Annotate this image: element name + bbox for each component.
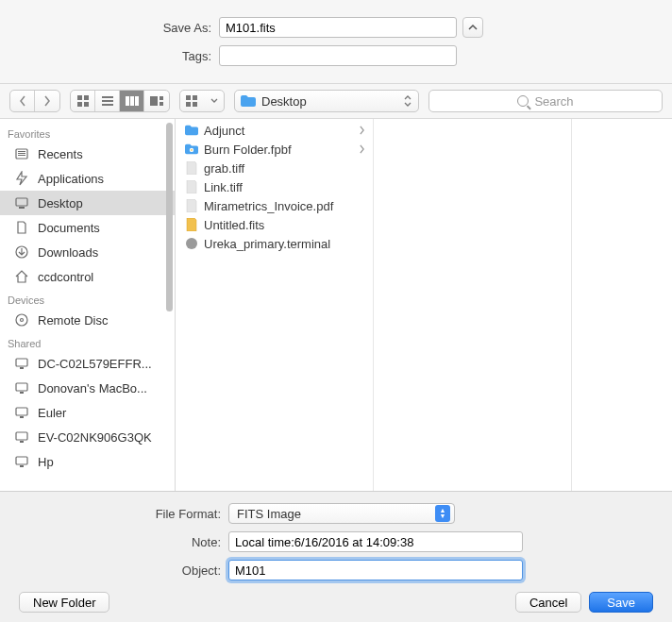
svg-rect-22 (19, 207, 25, 209)
view-mode-group (70, 90, 170, 112)
sidebar-item[interactable]: EV-C02NK906G3QK (0, 425, 175, 449)
sidebar-item-label: EV-C02NK906G3QK (38, 430, 152, 445)
svg-rect-0 (77, 95, 82, 100)
svg-rect-29 (20, 392, 24, 394)
svg-rect-9 (135, 96, 139, 106)
forward-button[interactable] (35, 91, 59, 111)
documents-icon (13, 220, 30, 235)
file-format-label: File Format: (9, 507, 228, 521)
sidebar-item[interactable]: DC-C02L579EFFR... (0, 351, 175, 376)
svg-rect-34 (16, 457, 27, 464)
apps-icon (13, 171, 30, 186)
sidebar-item-label: ccdcontrol (38, 270, 93, 284)
svg-rect-14 (193, 95, 197, 100)
options-panel: File Format: FITS Image ▲▼ Note: Object:… (0, 491, 672, 622)
file-name: Adjunct (204, 124, 244, 138)
view-icons-button[interactable] (71, 91, 95, 111)
burn-icon (185, 143, 198, 156)
sidebar-item[interactable]: Desktop (0, 191, 175, 215)
save-as-input[interactable] (219, 17, 457, 38)
svg-rect-12 (160, 102, 163, 106)
svg-rect-30 (16, 408, 27, 415)
file-row[interactable]: grab.tiff (176, 159, 373, 177)
sidebar-item[interactable]: Applications (0, 166, 175, 191)
sidebar-section-header: Shared (0, 332, 175, 351)
monitor-icon (13, 356, 30, 371)
sidebar-section-header: Favorites (0, 123, 175, 142)
sidebar-item-label: Desktop (38, 196, 83, 210)
sidebar-item[interactable]: Remote Disc (0, 308, 175, 332)
svg-rect-4 (102, 96, 113, 98)
svg-rect-18 (18, 151, 25, 152)
tags-input[interactable] (219, 45, 457, 66)
sidebar-item[interactable]: Recents (0, 142, 175, 166)
grid-icon (77, 95, 89, 107)
svg-rect-6 (102, 104, 113, 106)
file-name: grab.tiff (204, 161, 244, 176)
file-row[interactable]: Burn Folder.fpbf (176, 140, 373, 159)
svg-point-38 (186, 238, 197, 249)
svg-rect-5 (102, 100, 113, 102)
sidebar-item[interactable]: Donovan's MacBo... (0, 376, 175, 400)
svg-rect-3 (84, 102, 89, 107)
file-name: Burn Folder.fpbf (204, 143, 292, 157)
pdf-icon (185, 199, 198, 212)
svg-rect-13 (186, 95, 191, 100)
home-icon (13, 269, 30, 284)
svg-rect-8 (130, 96, 134, 106)
sidebar-item-label: Applications (38, 172, 104, 186)
sidebar-item-label: Documents (38, 221, 100, 235)
search-input[interactable]: Search (428, 90, 663, 112)
svg-rect-15 (186, 102, 191, 107)
view-columns-button[interactable] (120, 91, 144, 111)
save-as-header: Save As: Tags: (0, 0, 672, 84)
svg-rect-10 (150, 96, 158, 106)
note-input[interactable] (228, 531, 523, 552)
view-gallery-button[interactable] (144, 91, 169, 111)
collapse-toggle-button[interactable] (462, 17, 483, 38)
sidebar-item[interactable]: ccdcontrol (0, 264, 175, 289)
file-name: Mirametrics_Invoice.pdf (204, 199, 333, 213)
svg-rect-28 (16, 383, 27, 391)
file-browser: FavoritesRecentsApplicationsDesktopDocum… (0, 119, 672, 491)
chevron-down-icon (210, 98, 218, 104)
file-row[interactable]: Untitled.fits (176, 215, 373, 234)
folder-icon (185, 124, 198, 137)
note-label: Note: (9, 535, 228, 549)
fits-icon (185, 218, 198, 231)
back-button[interactable] (10, 91, 35, 111)
browser-toolbar: Desktop Search (0, 84, 672, 119)
disc-icon (13, 312, 30, 328)
file-row[interactable]: Mirametrics_Invoice.pdf (176, 196, 373, 215)
svg-point-24 (16, 314, 27, 326)
file-row[interactable]: Adjunct (176, 121, 373, 140)
file-row[interactable]: Link.tiff (176, 177, 373, 196)
svg-rect-2 (77, 102, 82, 107)
object-input[interactable] (228, 560, 523, 580)
svg-rect-11 (160, 96, 163, 100)
updown-icon (403, 94, 412, 108)
sidebar-item[interactable]: Downloads (0, 240, 175, 264)
view-list-button[interactable] (95, 91, 120, 111)
gallery-icon (150, 96, 163, 106)
file-format-select[interactable]: FITS Image ▲▼ (228, 503, 455, 524)
svg-rect-26 (16, 359, 27, 366)
file-row[interactable]: Ureka_primary.terminal (176, 234, 373, 253)
sidebar-section-header: Devices (0, 289, 175, 308)
sidebar-item[interactable]: Euler (0, 400, 175, 425)
sidebar-item[interactable]: Documents (0, 215, 175, 240)
sidebar-item-label: Recents (38, 147, 83, 161)
new-folder-button[interactable]: New Folder (19, 592, 109, 613)
chevron-right-icon (43, 95, 51, 107)
svg-point-37 (191, 149, 193, 151)
location-dropdown[interactable]: Desktop (234, 90, 419, 112)
sidebar-item-label: Donovan's MacBo... (38, 381, 147, 395)
arrange-dropdown[interactable] (179, 90, 225, 112)
save-button[interactable]: Save (589, 592, 653, 613)
sidebar-item-label: Hp (38, 455, 54, 469)
cancel-button[interactable]: Cancel (515, 592, 581, 613)
sidebar-item[interactable]: Hp (0, 449, 175, 474)
svg-rect-7 (126, 96, 129, 106)
file-name: Untitled.fits (204, 218, 264, 232)
nav-back-forward (9, 90, 60, 112)
